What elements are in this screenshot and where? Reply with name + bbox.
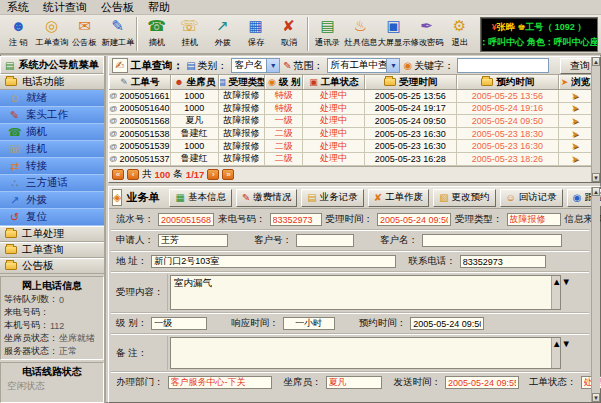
note-textarea[interactable] bbox=[170, 337, 561, 369]
form-scrollbar[interactable]: ▲ ▼ bbox=[591, 187, 600, 402]
browse-icon[interactable]: ➤ bbox=[571, 103, 579, 113]
browse-icon[interactable]: ➤ bbox=[571, 91, 579, 101]
sidebar-item-transfer[interactable]: ⇄ 转接 bbox=[0, 158, 104, 175]
col-header-level[interactable]: ◉级 别 bbox=[265, 75, 303, 89]
sidebar-item-desk-work[interactable]: ✎ 案头工作 bbox=[0, 107, 104, 124]
cell-level: 二级 bbox=[265, 140, 303, 152]
table-row[interactable]: @2005051568 夏凡 故障报修 一级 处理中 2005-05-24 09… bbox=[109, 115, 591, 128]
col-header-type[interactable]: ▤受理类型 bbox=[219, 75, 266, 89]
visit-record-button[interactable]: ☺回访记录 bbox=[500, 189, 563, 207]
table-row[interactable]: @2005051537 鲁建红 故障报修 二级 处理中 2005-05-23 1… bbox=[109, 153, 591, 166]
contact-phone-field[interactable] bbox=[460, 255, 546, 268]
offhook-button[interactable]: ☎ 摘机 bbox=[140, 15, 173, 53]
response-time-field[interactable] bbox=[283, 317, 335, 330]
sidebar-item-hangup[interactable]: ☏ 挂机 bbox=[0, 141, 104, 158]
server-state-label: 服务器状态： bbox=[4, 345, 58, 358]
scroll-down-icon[interactable]: ▼ bbox=[592, 173, 600, 182]
scroll-up-icon[interactable]: ▲ bbox=[552, 338, 561, 349]
browse-icon[interactable]: ➤ bbox=[571, 141, 579, 151]
menu-help[interactable]: 帮助 bbox=[148, 0, 170, 15]
scroll-down-icon[interactable]: ▼ bbox=[561, 276, 570, 287]
table-scrollbar[interactable]: ▲ ▼ bbox=[591, 57, 600, 182]
order-search-button[interactable]: ◎ 工单查询 bbox=[35, 15, 68, 53]
group-order-processing[interactable]: 工单处理 bbox=[0, 226, 104, 242]
menu-system[interactable]: 系统 bbox=[7, 0, 29, 15]
table-row[interactable]: @2005051640 1000 故障报修 特级 处理中 2005-05-24 … bbox=[109, 103, 591, 116]
menu-bulletin[interactable]: 公告板 bbox=[101, 0, 134, 15]
sidebar-item-offhook[interactable]: ☎ 摘机 bbox=[0, 124, 104, 141]
bulletin-button[interactable]: ✉ 公告板 bbox=[68, 15, 101, 53]
accept-time-field[interactable] bbox=[377, 213, 451, 226]
contacts-button[interactable]: ▤ 通讯录 bbox=[311, 15, 344, 53]
browse-icon[interactable]: ➤ bbox=[571, 116, 579, 126]
scroll-up-icon[interactable]: ▲ bbox=[592, 57, 600, 66]
col-header-accept-time[interactable]: 受理时间 bbox=[365, 75, 457, 89]
sidebar-item-ready[interactable]: ☺ 就绪 bbox=[0, 90, 104, 107]
sidebar: ▤ 系统办公导航菜单 电话功能 ☺ 就绪 ✎ 案头工作 ☎ 摘机 ☏ 挂机 ⇄ … bbox=[0, 56, 106, 403]
hangup-button[interactable]: ☏ 挂机 bbox=[173, 15, 206, 53]
prev-page-button[interactable]: ‹ bbox=[127, 169, 139, 180]
keyword-input[interactable] bbox=[457, 58, 549, 73]
table-row[interactable]: @2005051539 1000 故障报修 二级 处理中 2005-05-23 … bbox=[109, 140, 591, 153]
scroll-down-icon[interactable]: ▼ bbox=[561, 338, 570, 349]
col-header-agent[interactable]: ☻坐席员 bbox=[171, 75, 219, 89]
category-select[interactable]: 客户名 ▼ bbox=[231, 58, 281, 73]
new-order-button[interactable]: ✎ 新建工单 bbox=[101, 15, 134, 53]
col-header-appoint-time[interactable]: 预约时间 bbox=[457, 75, 560, 89]
stove-info-button[interactable]: ♨ 灶具信息 bbox=[344, 15, 377, 53]
logout-button[interactable]: ☻ 注 销 bbox=[2, 15, 35, 53]
business-record-button[interactable]: ▤业务记录 bbox=[301, 189, 363, 207]
chevron-down-icon[interactable]: ▼ bbox=[386, 59, 399, 72]
group-bulletin-board[interactable]: 公告板 bbox=[0, 258, 104, 274]
col-header-browse[interactable]: ➤浏览 bbox=[559, 75, 591, 89]
next-page-button[interactable]: › bbox=[207, 169, 219, 180]
browse-icon[interactable]: ➤ bbox=[571, 129, 579, 139]
last-page-button[interactable]: » bbox=[222, 169, 234, 180]
appoint-time-field[interactable] bbox=[410, 317, 484, 330]
sidebar-item-reset[interactable]: ↺ 复位 bbox=[0, 209, 104, 226]
scroll-down-icon[interactable]: ▼ bbox=[592, 393, 600, 402]
total-prefix: 共 bbox=[142, 168, 152, 181]
address-field[interactable] bbox=[151, 255, 396, 268]
chevron-down-icon[interactable]: ▼ bbox=[266, 59, 279, 72]
textarea-scrollbar[interactable]: ▲▼ bbox=[551, 276, 560, 309]
level-field[interactable] bbox=[151, 317, 207, 330]
menu-stat-query[interactable]: 统计查询 bbox=[43, 0, 87, 15]
col-header-status[interactable]: ▣工单状态 bbox=[303, 75, 365, 89]
customer-name-field[interactable] bbox=[422, 234, 562, 247]
send-time-field[interactable] bbox=[445, 376, 519, 389]
dept-field[interactable] bbox=[168, 376, 272, 389]
scroll-up-icon[interactable]: ▲ bbox=[592, 187, 600, 196]
table-row[interactable]: @2005051538 鲁建红 故障报修 二级 处理中 2005-05-23 1… bbox=[109, 128, 591, 141]
dialout-button[interactable]: ↗ 外拨 bbox=[206, 15, 239, 53]
first-page-button[interactable]: « bbox=[112, 169, 124, 180]
big-screen-button[interactable]: ▣ 大屏显示 bbox=[377, 15, 410, 53]
void-order-button[interactable]: ✘工单作废 bbox=[368, 189, 429, 207]
save-button[interactable]: ▦ 保存 bbox=[239, 15, 272, 53]
col-header-order-no[interactable]: ✎工单号 bbox=[109, 75, 171, 89]
change-password-button[interactable]: ✒ 修改密码 bbox=[410, 15, 443, 53]
customer-no-field[interactable] bbox=[296, 234, 354, 247]
caller-field[interactable] bbox=[270, 213, 322, 226]
payment-status-button[interactable]: ✎缴费情况 bbox=[236, 189, 297, 207]
agent-field[interactable] bbox=[326, 376, 382, 389]
accept-type-field[interactable] bbox=[507, 213, 561, 226]
sidebar-item-three-way-call[interactable]: ∴ 三方通话 bbox=[0, 175, 104, 192]
change-appointment-button[interactable]: ▧更改预约 bbox=[433, 189, 495, 207]
sidebar-item-dialout[interactable]: ↗ 外拨 bbox=[0, 192, 104, 209]
appoint-time-label: 预约时间： bbox=[359, 317, 407, 330]
exit-button[interactable]: ⚙ 退出 bbox=[443, 15, 476, 53]
group-order-query[interactable]: 工单查询 bbox=[0, 242, 104, 258]
applicant-field[interactable] bbox=[158, 234, 228, 247]
scroll-up-icon[interactable]: ▲ bbox=[552, 276, 561, 287]
table-row[interactable]: @2005051661 1000 故障报修 特级 处理中 2005-05-25 … bbox=[109, 90, 591, 103]
serial-field[interactable] bbox=[158, 213, 214, 226]
browse-icon[interactable]: ➤ bbox=[571, 154, 579, 164]
cancel-button[interactable]: ✘ 取消 bbox=[272, 15, 305, 53]
content-textarea[interactable] bbox=[170, 275, 561, 310]
textarea-scrollbar[interactable]: ▲▼ bbox=[551, 338, 560, 368]
basic-info-button[interactable]: ▦基本信息 bbox=[169, 189, 231, 207]
toolbar-separator bbox=[307, 17, 309, 51]
group-phone-functions[interactable]: 电话功能 bbox=[0, 74, 104, 90]
scope-select[interactable]: 所有工单中查询 ▼ bbox=[327, 58, 401, 73]
